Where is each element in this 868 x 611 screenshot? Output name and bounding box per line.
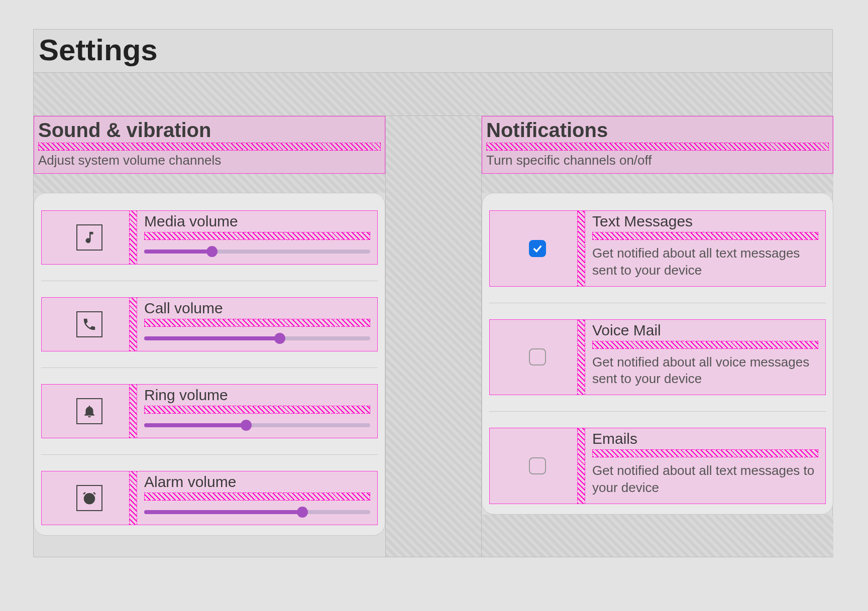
row-divider	[41, 454, 378, 455]
phone-icon	[76, 311, 102, 337]
notification-description: Get notified about all voice messages se…	[592, 354, 818, 388]
notification-row-text-messages: Text Messages Get notified about all tex…	[489, 210, 826, 287]
media-volume-slider[interactable]	[144, 246, 370, 257]
row-divider	[489, 303, 826, 303]
bell-icon	[76, 398, 102, 424]
layout-gap	[592, 449, 818, 457]
checkbox-cell	[490, 320, 585, 395]
sound-section-subtitle: Adjust system volume channels	[38, 153, 381, 168]
checkbox-cell	[490, 428, 585, 504]
layout-gap	[482, 515, 833, 557]
text-messages-checkbox[interactable]	[529, 240, 546, 257]
notification-description: Get notified about all text messages to …	[592, 462, 818, 497]
notifications-column: Notifications Turn specific channels on/…	[482, 116, 833, 557]
notifications-card: Text Messages Get notified about all tex…	[482, 193, 833, 515]
volume-content: Media volume	[137, 211, 377, 264]
page-title-row: Settings	[34, 30, 832, 73]
music-note-icon	[76, 224, 102, 251]
sound-column: Sound & vibration Adjust system volume c…	[34, 116, 385, 536]
layout-gap	[592, 232, 818, 240]
ring-volume-slider[interactable]	[144, 420, 370, 431]
notification-description: Get notified about all text messages sen…	[592, 245, 818, 279]
sound-card: Media volume	[34, 193, 385, 536]
voice-mail-checkbox[interactable]	[529, 348, 546, 365]
notification-label: Text Messages	[592, 213, 818, 230]
layout-gap	[482, 174, 833, 193]
icon-cell	[42, 211, 137, 264]
icon-cell	[42, 471, 137, 525]
notifications-section-title: Notifications	[486, 118, 829, 142]
notification-row-voice-mail: Voice Mail Get notified about all voice …	[489, 319, 826, 396]
layout-gap	[34, 73, 832, 116]
notification-label: Emails	[592, 430, 818, 447]
page-title: Settings	[39, 33, 827, 67]
volume-row-media: Media volume	[41, 210, 378, 265]
alarm-icon	[76, 485, 102, 511]
row-divider	[41, 368, 378, 368]
emails-checkbox[interactable]	[529, 457, 546, 474]
sound-section-header: Sound & vibration Adjust system volume c…	[34, 116, 385, 174]
settings-columns: Sound & vibration Adjust system volume c…	[34, 116, 832, 557]
notification-content: Emails Get notified about all text messa…	[585, 428, 825, 504]
sound-section-title: Sound & vibration	[38, 118, 381, 142]
settings-panel: Settings Sound & vibration Adjust system…	[33, 29, 833, 557]
icon-cell	[42, 298, 137, 351]
layout-gap	[34, 174, 385, 193]
volume-label: Alarm volume	[144, 473, 370, 491]
notification-content: Text Messages Get notified about all tex…	[585, 211, 825, 286]
notification-content: Voice Mail Get notified about all voice …	[585, 320, 825, 395]
notifications-section-subtitle: Turn specific channels on/off	[486, 153, 829, 168]
row-divider	[41, 281, 378, 281]
notifications-section-header: Notifications Turn specific channels on/…	[482, 116, 833, 174]
volume-row-ring: Ring volume	[41, 384, 378, 438]
volume-row-call: Call volume	[41, 297, 378, 351]
volume-label: Call volume	[144, 300, 370, 317]
layout-gap	[38, 143, 381, 151]
layout-gap	[144, 406, 370, 414]
layout-gap	[144, 232, 370, 240]
icon-cell	[42, 385, 137, 438]
layout-gap	[144, 493, 370, 501]
alarm-volume-slider[interactable]	[144, 507, 370, 518]
volume-content: Call volume	[137, 298, 377, 351]
column-gutter	[385, 116, 482, 557]
call-volume-slider[interactable]	[144, 333, 370, 344]
volume-label: Ring volume	[144, 387, 370, 404]
row-divider	[489, 411, 826, 412]
checkbox-cell	[490, 211, 585, 286]
layout-gap	[486, 143, 829, 151]
notification-label: Voice Mail	[592, 322, 818, 339]
volume-label: Media volume	[144, 213, 370, 230]
layout-gap	[592, 341, 818, 349]
volume-content: Ring volume	[137, 385, 377, 438]
volume-content: Alarm volume	[137, 471, 377, 525]
volume-row-alarm: Alarm volume	[41, 471, 378, 525]
layout-gap	[144, 319, 370, 327]
notification-row-emails: Emails Get notified about all text messa…	[489, 428, 826, 504]
